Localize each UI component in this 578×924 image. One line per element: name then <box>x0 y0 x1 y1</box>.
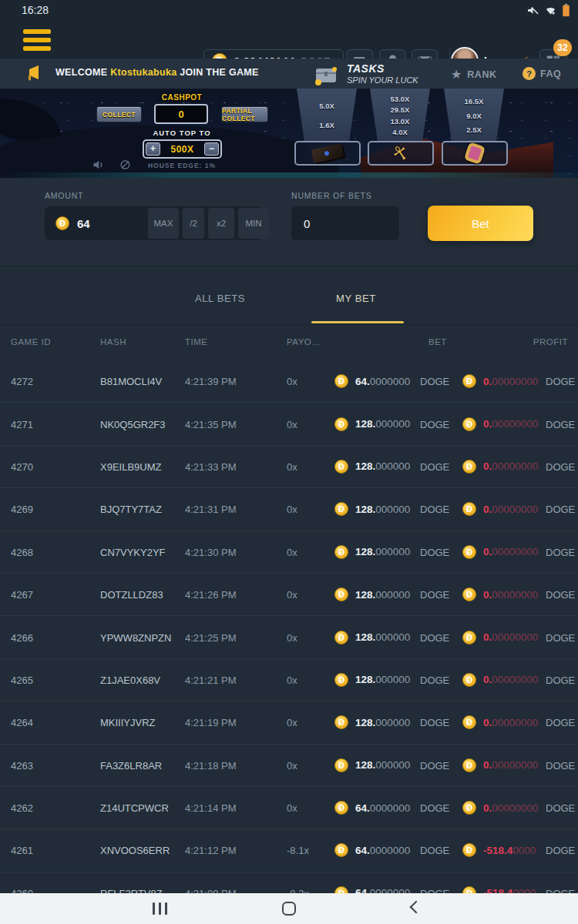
max-button[interactable]: MAX <box>148 208 179 239</box>
amount-input[interactable]: 64 <box>77 217 90 230</box>
app-header: Ð 0.33442144 DOGE I m on ⚡ 32 <box>0 22 578 59</box>
tab-all-bets[interactable]: ALL BETS <box>195 293 245 304</box>
home-button[interactable] <box>282 902 296 916</box>
table-row[interactable]: 4267 DOTZLLDZ83 4:21:26 PM 0x Ð 128.0000… <box>0 574 578 616</box>
faq-link[interactable]: ? FAQ <box>523 67 561 80</box>
col-game-id: GAME ID <box>11 337 51 346</box>
book-item-icon <box>311 143 344 163</box>
bet-amount: Ð 64.0000000 <box>334 374 410 388</box>
doge-coin-icon: Ð <box>334 502 348 516</box>
time-value: 4:21:31 PM <box>185 504 237 515</box>
bet-currency: DOGE <box>420 887 449 893</box>
clock: 16:28 <box>22 4 49 16</box>
item-slot-amulet[interactable] <box>442 141 508 166</box>
game-id-value: 4264 <box>11 717 33 728</box>
profit-currency: DOGE <box>546 845 575 856</box>
game-id-value: 4271 <box>11 418 33 430</box>
item-slot-book[interactable] <box>294 141 361 166</box>
animation-toggle-icon[interactable] <box>119 159 131 170</box>
game-id-value: 4260 <box>11 887 33 893</box>
table-row[interactable]: 4270 X9EILB9UMZ 4:21:33 PM 0x Ð 128.0000… <box>0 446 578 488</box>
profit-amount: Ð 0.00000000 <box>462 758 538 772</box>
table-row[interactable]: 4265 Z1JAE0X68V 4:21:21 PM 0x Ð 128.0000… <box>0 659 578 701</box>
table-row[interactable]: 4263 FA3Z6LR8AR 4:21:18 PM 0x Ð 128.0000… <box>0 745 578 787</box>
payout-value: 0x <box>287 418 297 430</box>
bet-currency: DOGE <box>420 376 449 387</box>
payout-value: 0x <box>287 589 297 601</box>
bet-panel: AMOUNT Ð 64 MAX /2 x2 MIN NUMBER OF BETS… <box>0 178 578 266</box>
status-bar: 16:28 <box>0 0 578 22</box>
star-icon: ★ <box>451 67 462 82</box>
tasks-link[interactable]: TASKS SPIN YOUR LUCK <box>347 62 418 85</box>
table-row[interactable]: 4271 NK0Q5GR2F3 4:21:35 PM 0x Ð 128.0000… <box>0 403 578 445</box>
payout-value: 0x <box>287 717 297 728</box>
table-row[interactable]: 4264 MKIIIYJVRZ 4:21:19 PM 0x Ð 128.0000… <box>0 701 578 744</box>
menu-icon[interactable] <box>23 29 52 51</box>
payout-value: 0x <box>287 674 297 685</box>
minus-button[interactable]: − <box>204 142 219 156</box>
back-button[interactable] <box>410 901 423 914</box>
bet-button[interactable]: Bet <box>428 206 533 241</box>
multiplier-tower: 5.0X1.6X <box>297 89 357 142</box>
table-row[interactable]: 4261 XNVOOS6ERR 4:21:12 PM -8.1x Ð 64.00… <box>0 829 578 872</box>
profit-amount: Ð 0.00000000 <box>462 801 538 815</box>
time-value: 4:21:35 PM <box>185 418 237 430</box>
multiplier-value: 13.0X <box>391 117 410 126</box>
time-value: 4:21:12 PM <box>185 845 237 856</box>
half-button[interactable]: /2 <box>183 208 204 239</box>
hash-value: Z1JAE0X68V <box>100 674 160 685</box>
chat-badge: 32 <box>553 39 572 56</box>
doge-coin-icon: Ð <box>462 715 476 729</box>
hash-value: RFLF2RTV8Z <box>100 887 163 893</box>
profit-amount: Ð 0.00000000 <box>462 673 538 687</box>
profit-amount: Ð 0.00000000 <box>462 502 538 516</box>
game-id-value: 4265 <box>11 674 33 685</box>
question-icon: ? <box>523 67 536 80</box>
profit-amount: Ð 0.00000000 <box>462 715 538 729</box>
multiplier-value: 5.0X <box>319 102 334 110</box>
table-row[interactable]: 4272 B81MOCLI4V 4:21:39 PM 0x Ð 64.00000… <box>0 360 578 403</box>
profit-currency: DOGE <box>546 802 575 814</box>
game-id-value: 4269 <box>11 504 33 515</box>
welcome-username: Ktostukabuka <box>110 67 176 78</box>
battery-icon <box>562 4 570 17</box>
time-value: 4:21:30 PM <box>185 546 237 557</box>
recents-button[interactable] <box>153 902 167 915</box>
table-row[interactable]: 4260 RFLF2RTV8Z 4:21:09 PM -8.2x Ð 64.00… <box>0 872 578 893</box>
profit-amount: Ð 0.00000000 <box>462 631 538 644</box>
doge-coin-icon: Ð <box>462 758 476 772</box>
number-of-bets-input[interactable]: 0 <box>291 206 399 240</box>
double-button[interactable]: x2 <box>208 208 234 239</box>
profit-amount: Ð 0.00000000 <box>462 374 538 388</box>
ankh-item-icon: ☥ <box>389 141 413 166</box>
sound-icon[interactable] <box>92 159 104 170</box>
tasks-chest-icon[interactable] <box>311 62 342 87</box>
plus-button[interactable]: + <box>146 142 160 156</box>
tab-my-bet[interactable]: MY BET <box>336 293 376 304</box>
table-row[interactable]: 4262 Z14UTCPWCR 4:21:14 PM 0x Ð 64.00000… <box>0 787 578 829</box>
time-value: 4:21:39 PM <box>185 376 237 387</box>
table-row[interactable]: 4266 YPWW8ZNPZN 4:21:25 PM 0x Ð 128.0000… <box>0 616 578 658</box>
hash-value: FA3Z6LR8AR <box>100 759 162 771</box>
bets-table-body: 4272 B81MOCLI4V 4:21:39 PM 0x Ð 64.00000… <box>0 360 578 893</box>
doge-coin-icon: Ð <box>462 843 476 857</box>
rank-label: RANK <box>467 69 496 80</box>
min-button[interactable]: MIN <box>238 208 269 239</box>
collect-button[interactable]: COLLECT <box>96 106 142 122</box>
rank-link[interactable]: ★ RANK <box>451 67 496 82</box>
doge-coin-icon: Ð <box>334 460 348 474</box>
partial-collect-button[interactable]: PARTIAL COLLECT <box>221 106 268 122</box>
table-row[interactable]: 4269 BJQ7TY7TAZ 4:21:31 PM 0x Ð 128.0000… <box>0 488 578 531</box>
doge-coin-icon: Ð <box>334 801 348 815</box>
auto-top-label: AUTO TOP TO <box>136 129 228 137</box>
bet-currency: DOGE <box>420 845 449 856</box>
water-glow <box>0 172 578 178</box>
bet-amount: Ð 128.000000 <box>334 588 410 601</box>
doge-coin-icon: Ð <box>462 886 476 893</box>
welcome-message: WELCOME Ktostukabuka JOIN THE GAME <box>55 67 259 78</box>
item-slot-ankh[interactable]: ☥ <box>368 141 434 166</box>
doge-coin-icon: Ð <box>462 502 476 516</box>
multiplier-value: 4.0X <box>392 128 408 136</box>
table-row[interactable]: 4268 CN7VYKY2YF 4:21:30 PM 0x Ð 128.0000… <box>0 531 578 574</box>
doge-coin-icon: Ð <box>334 673 348 687</box>
